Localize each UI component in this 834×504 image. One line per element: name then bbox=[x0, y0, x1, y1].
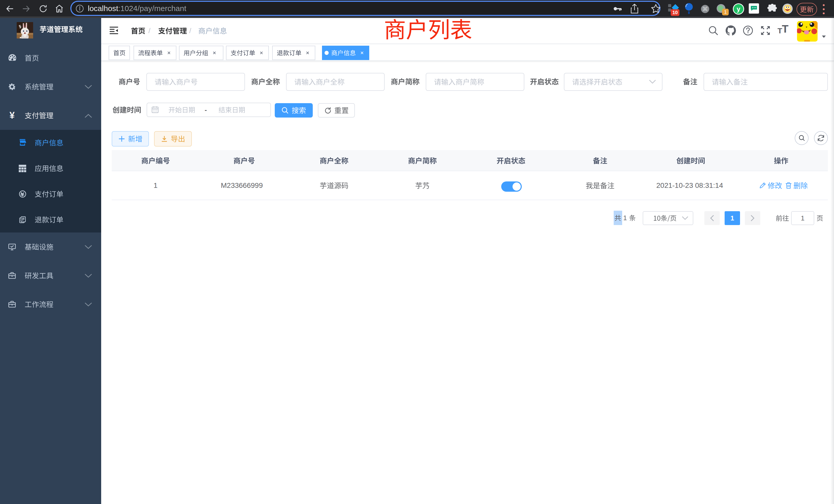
svg-text:y: y bbox=[737, 5, 741, 13]
svg-text:⌘: ⌘ bbox=[702, 6, 708, 12]
